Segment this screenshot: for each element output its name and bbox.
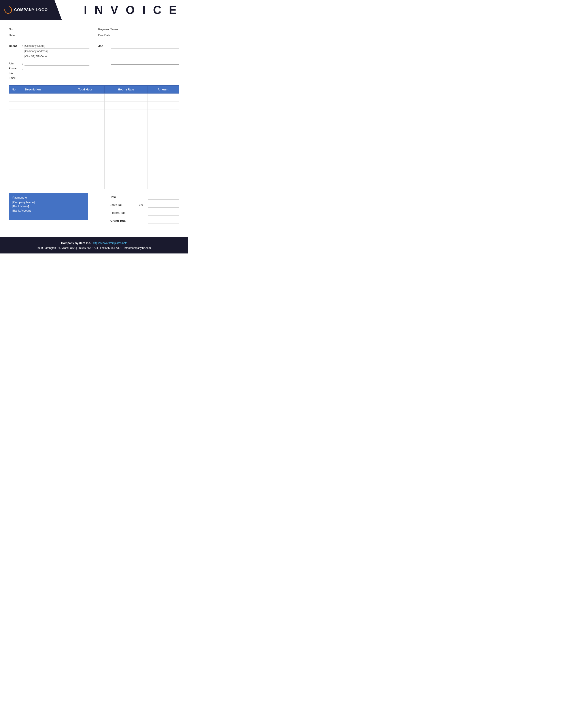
cell-total_hour-7[interactable] [66, 149, 104, 157]
state-tax-label: State Tax [110, 203, 137, 206]
cell-hourly_rate-11[interactable] [105, 181, 147, 189]
cell-no-11[interactable] [9, 181, 22, 189]
cell-hourly_rate-5[interactable] [105, 133, 147, 141]
footer-line1: Company System Inc. | http://freewordtem… [4, 240, 183, 246]
cell-description-11[interactable] [22, 181, 66, 189]
fax-value[interactable] [24, 71, 89, 75]
cell-no-0[interactable] [9, 94, 22, 101]
cell-hourly_rate-7[interactable] [105, 149, 147, 157]
cell-amount-3[interactable] [147, 117, 179, 125]
cell-description-2[interactable] [22, 109, 66, 117]
meta-payment-right: Payment Terms : [89, 27, 179, 31]
cell-amount-8[interactable] [147, 157, 179, 165]
cell-hourly_rate-10[interactable] [105, 173, 147, 181]
cell-description-6[interactable] [22, 141, 66, 149]
cell-no-7[interactable] [9, 149, 22, 157]
cell-amount-7[interactable] [147, 149, 179, 157]
cell-amount-11[interactable] [147, 181, 179, 189]
cell-no-3[interactable] [9, 117, 22, 125]
cell-total_hour-6[interactable] [66, 141, 104, 149]
cell-no-9[interactable] [9, 165, 22, 173]
cell-amount-5[interactable] [147, 133, 179, 141]
cell-description-4[interactable] [22, 125, 66, 133]
cell-description-7[interactable] [22, 149, 66, 157]
date-value[interactable] [35, 33, 89, 37]
page-header: COMPANY LOGO I N V O I C E [0, 0, 188, 20]
cell-description-3[interactable] [22, 117, 66, 125]
cell-no-6[interactable] [9, 141, 22, 149]
due-date-value[interactable] [125, 33, 179, 37]
cell-hourly_rate-6[interactable] [105, 141, 147, 149]
job-line-1[interactable] [111, 44, 179, 49]
cell-total_hour-9[interactable] [66, 165, 104, 173]
table-row [9, 109, 179, 117]
cell-no-2[interactable] [9, 109, 22, 117]
cell-hourly_rate-4[interactable] [105, 125, 147, 133]
cell-hourly_rate-3[interactable] [105, 117, 147, 125]
cell-amount-1[interactable] [147, 101, 179, 109]
cell-amount-10[interactable] [147, 173, 179, 181]
meta-no-left: No : [9, 27, 89, 31]
client-company-name[interactable]: [Company Name] [24, 44, 89, 49]
cell-total_hour-1[interactable] [66, 101, 104, 109]
email-value[interactable] [24, 76, 89, 80]
job-block: Job : [98, 44, 179, 81]
total-row: Total [93, 193, 179, 200]
cell-no-5[interactable] [9, 133, 22, 141]
cell-total_hour-3[interactable] [66, 117, 104, 125]
cell-amount-9[interactable] [147, 165, 179, 173]
cell-description-9[interactable] [22, 165, 66, 173]
phone-value[interactable] [24, 66, 89, 70]
total-label: Total [110, 195, 137, 199]
cell-total_hour-8[interactable] [66, 157, 104, 165]
client-colon: : [22, 44, 23, 48]
federal-tax-value-box[interactable] [148, 210, 179, 216]
job-line-2[interactable] [111, 50, 179, 54]
payment-block: Payment to : [Company Name] [Bank Name] … [9, 193, 88, 220]
cell-total_hour-0[interactable] [66, 94, 104, 101]
cell-description-1[interactable] [22, 101, 66, 109]
client-city-zip[interactable]: [City, ST, ZIP Code] [24, 55, 89, 59]
cell-hourly_rate-0[interactable] [105, 94, 147, 101]
cell-amount-4[interactable] [147, 125, 179, 133]
client-company-address[interactable]: [Company Address] [24, 50, 89, 54]
payment-title: Payment to : [12, 196, 85, 199]
job-line-3[interactable] [111, 55, 179, 59]
cell-amount-2[interactable] [147, 109, 179, 117]
job-line-4[interactable] [111, 60, 179, 65]
cell-total_hour-10[interactable] [66, 173, 104, 181]
cell-total_hour-11[interactable] [66, 181, 104, 189]
cell-no-10[interactable] [9, 173, 22, 181]
fax-colon: : [22, 72, 23, 75]
table-row [9, 125, 179, 133]
payment-terms-value[interactable] [125, 27, 179, 31]
cell-description-5[interactable] [22, 133, 66, 141]
cell-amount-6[interactable] [147, 141, 179, 149]
attn-label: Attn [9, 62, 21, 65]
meta-date-left: Date : [9, 33, 89, 37]
cell-amount-0[interactable] [147, 94, 179, 101]
no-value[interactable] [35, 27, 89, 31]
cell-total_hour-4[interactable] [66, 125, 104, 133]
attn-value[interactable] [24, 62, 89, 66]
logo-block: COMPANY LOGO [0, 0, 62, 20]
cell-total_hour-2[interactable] [66, 109, 104, 117]
cell-description-10[interactable] [22, 173, 66, 181]
cell-hourly_rate-2[interactable] [105, 109, 147, 117]
cell-no-4[interactable] [9, 125, 22, 133]
cell-hourly_rate-9[interactable] [105, 165, 147, 173]
cell-hourly_rate-1[interactable] [105, 101, 147, 109]
footer-website[interactable]: http://freewordtemplates.net/ [93, 242, 126, 245]
cell-no-1[interactable] [9, 101, 22, 109]
col-header-total-hour: Total Hour [66, 86, 104, 94]
grand-total-value-box[interactable] [148, 218, 179, 223]
cell-hourly_rate-8[interactable] [105, 157, 147, 165]
cell-no-8[interactable] [9, 157, 22, 165]
cell-total_hour-5[interactable] [66, 133, 104, 141]
total-value-box[interactable] [148, 194, 179, 200]
email-colon: : [22, 77, 23, 80]
state-tax-value-box[interactable] [148, 202, 179, 208]
job-lines [111, 44, 179, 66]
cell-description-8[interactable] [22, 157, 66, 165]
cell-description-0[interactable] [22, 94, 66, 101]
